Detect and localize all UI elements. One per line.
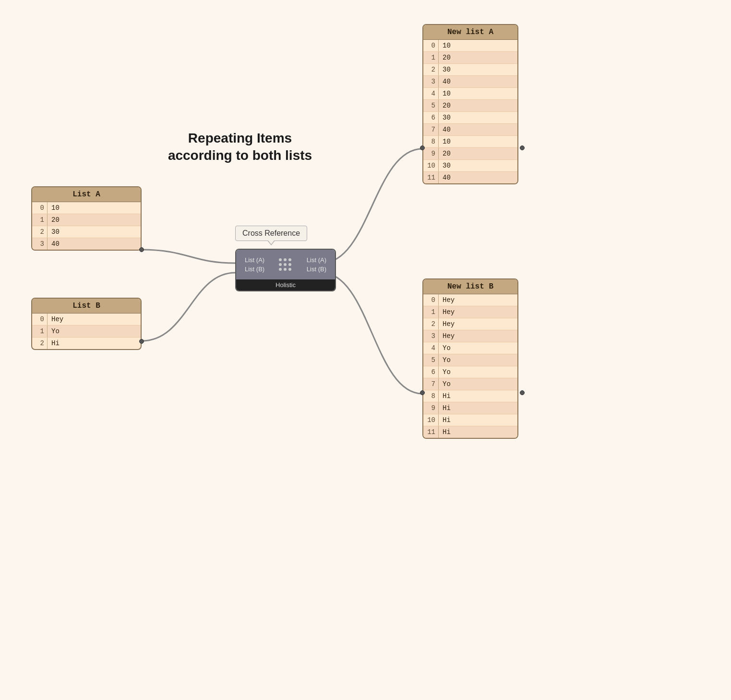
row-index: 0	[423, 294, 439, 306]
row-index: 0	[32, 202, 48, 214]
table-row: 630	[423, 112, 517, 124]
row-value: 10	[439, 136, 455, 147]
table-row: 410	[423, 88, 517, 100]
row-index: 9	[423, 148, 439, 159]
row-index: 7	[423, 124, 439, 135]
row-value: Hey	[439, 294, 458, 306]
table-row: 6Yo	[423, 366, 517, 378]
row-index: 1	[32, 326, 48, 337]
row-index: 8	[423, 390, 439, 402]
row-value: 30	[439, 112, 455, 123]
row-value: 20	[439, 52, 455, 63]
row-index: 0	[32, 314, 48, 325]
row-value: Yo	[439, 366, 455, 378]
list-b-table: List B 0Hey1Yo2Hi	[31, 298, 142, 350]
row-value: Yo	[439, 378, 455, 390]
node-output-b-label: List (B)	[296, 266, 326, 273]
row-index: 10	[423, 160, 439, 171]
row-index: 9	[423, 402, 439, 414]
row-index: 3	[423, 330, 439, 342]
table-row: 8Hi	[423, 390, 517, 402]
list-b-header: List B	[32, 299, 141, 314]
table-row: 11Hi	[423, 426, 517, 438]
table-row: 340	[423, 76, 517, 88]
row-value: 40	[439, 76, 455, 87]
row-value: 10	[439, 40, 455, 51]
row-index: 3	[32, 238, 48, 250]
table-row: 7Yo	[423, 378, 517, 390]
cross-reference-tooltip: Cross Reference	[235, 226, 307, 241]
new-list-b-header: New list B	[423, 279, 517, 294]
node-input-b-label: List (B)	[245, 266, 275, 273]
row-value: Hey	[439, 306, 458, 318]
node-footer-label: Holistic	[236, 279, 335, 290]
table-row: 1030	[423, 160, 517, 172]
row-index: 1	[423, 306, 439, 318]
row-value: Hey	[48, 314, 67, 325]
cross-reference-node[interactable]: List (A) List (A) List (B) List (B) Holi…	[235, 249, 336, 291]
row-value: Hi	[439, 426, 455, 438]
row-index: 0	[423, 40, 439, 51]
row-index: 10	[423, 414, 439, 426]
new-list-a-table: New list A 01012023034041052063074081092…	[422, 24, 518, 184]
row-value: Hi	[48, 338, 63, 349]
table-row: 0Hey	[423, 294, 517, 306]
list-a-table: List A 010120230340	[31, 186, 142, 251]
table-row: 230	[423, 64, 517, 76]
row-index: 2	[423, 64, 439, 75]
node-input-a-label: List (A)	[245, 256, 275, 264]
row-index: 6	[423, 366, 439, 378]
page-title: Repeating Items according to both lists	[149, 130, 331, 165]
table-row: 4Yo	[423, 342, 517, 354]
row-value: 10	[439, 88, 455, 99]
new-list-a-header: New list A	[423, 25, 517, 40]
row-index: 5	[423, 354, 439, 366]
node-output-a-label: List (A)	[296, 256, 326, 264]
row-index: 6	[423, 112, 439, 123]
new-list-a-output-dot	[520, 145, 525, 150]
row-value: Hey	[439, 330, 458, 342]
row-index: 2	[423, 318, 439, 330]
row-value: 40	[48, 238, 63, 250]
row-value: Yo	[439, 354, 455, 366]
table-row: 1Yo	[32, 326, 141, 338]
row-index: 1	[32, 214, 48, 226]
row-value: 20	[439, 100, 455, 111]
row-index: 1	[423, 52, 439, 63]
table-row: 10Hi	[423, 414, 517, 426]
row-value: 10	[48, 202, 63, 214]
new-list-b-input-dot	[420, 390, 425, 395]
row-index: 2	[32, 226, 48, 238]
table-row: 010	[423, 40, 517, 52]
row-index: 11	[423, 426, 439, 438]
table-row: 1Hey	[423, 306, 517, 318]
row-index: 4	[423, 342, 439, 354]
list-a-output-dot	[139, 247, 144, 252]
row-value: 20	[439, 148, 455, 159]
table-row: 3Hey	[423, 330, 517, 342]
row-index: 11	[423, 172, 439, 183]
row-value: Hey	[439, 318, 458, 330]
row-value: 40	[439, 172, 455, 183]
new-list-b-table: New list B 0Hey1Hey2Hey3Hey4Yo5Yo6Yo7Yo8…	[422, 278, 518, 439]
row-value: 30	[439, 64, 455, 75]
row-value: Hi	[439, 414, 455, 426]
table-row: 230	[32, 226, 141, 238]
table-row: 2Hey	[423, 318, 517, 330]
new-list-b-output-dot	[520, 390, 525, 395]
list-a-header: List A	[32, 187, 141, 202]
row-index: 2	[32, 338, 48, 349]
row-index: 4	[423, 88, 439, 99]
table-row: 5Yo	[423, 354, 517, 366]
row-index: 7	[423, 378, 439, 390]
row-index: 8	[423, 136, 439, 147]
list-b-output-dot	[139, 339, 144, 344]
table-row: 520	[423, 100, 517, 112]
table-row: 120	[32, 214, 141, 226]
row-value: Yo	[48, 326, 63, 337]
table-row: 920	[423, 148, 517, 160]
row-value: 30	[48, 226, 63, 238]
table-row: 010	[32, 202, 141, 214]
table-row: 9Hi	[423, 402, 517, 414]
new-list-a-input-dot	[420, 145, 425, 150]
